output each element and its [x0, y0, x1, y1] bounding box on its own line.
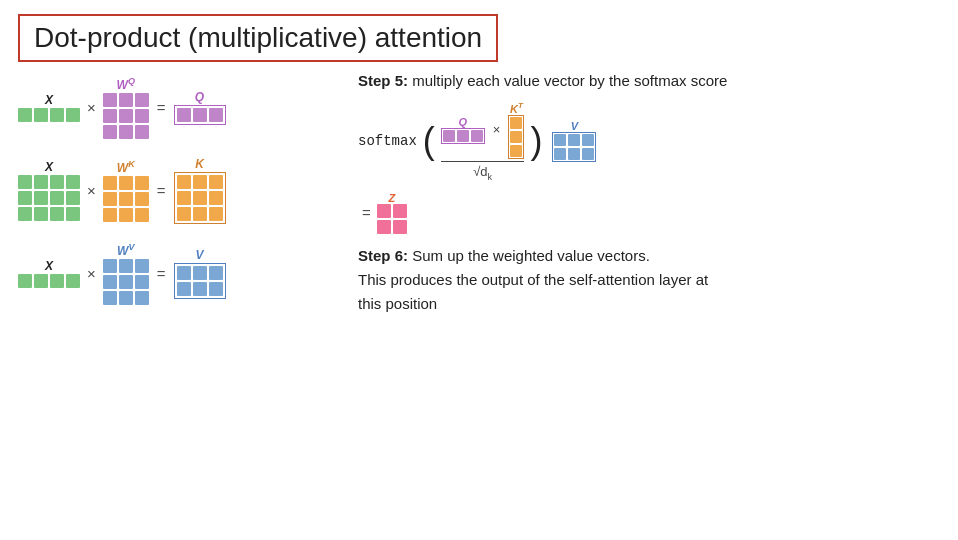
- fraction-line: [441, 161, 525, 163]
- fraction-denominator: √dk: [473, 164, 492, 182]
- cell: [119, 259, 133, 273]
- cell: [177, 266, 191, 280]
- step5-text: multiply each value vector by the softma…: [412, 72, 727, 89]
- cell: [103, 109, 117, 123]
- cell: [119, 176, 133, 190]
- k-result-grid: [174, 172, 226, 224]
- cell: [66, 191, 80, 205]
- cell: [103, 176, 117, 190]
- cell: [135, 275, 149, 289]
- formula-v: V: [552, 120, 596, 162]
- x-grid-2: [18, 175, 80, 221]
- cell: [18, 207, 32, 221]
- cell: [34, 274, 48, 288]
- x-label-2: X: [45, 160, 53, 174]
- cell: [50, 108, 64, 122]
- cell: [471, 130, 483, 142]
- cell: [193, 207, 207, 221]
- eq-op-2: =: [157, 182, 166, 199]
- q-result-matrix: Q: [174, 90, 226, 125]
- cell: [510, 117, 522, 129]
- cell: [193, 266, 207, 280]
- sqrt-dk: √dk: [473, 164, 492, 179]
- x-grid-3: [18, 274, 80, 288]
- fraction-numerator: Q × KT: [441, 101, 525, 159]
- cell: [34, 207, 48, 221]
- cell: [50, 274, 64, 288]
- close-paren: ): [530, 123, 542, 159]
- right-panel: Step 5: multiply each value vector by th…: [338, 72, 940, 323]
- eq-op-1: =: [157, 99, 166, 116]
- cell: [193, 191, 207, 205]
- cell: [510, 131, 522, 143]
- wq-label: WQ: [117, 76, 135, 92]
- z-grid: [377, 204, 407, 234]
- cell: [66, 175, 80, 189]
- cell: [209, 108, 223, 122]
- cell: [393, 204, 407, 218]
- cell: [103, 259, 117, 273]
- cell: [34, 108, 48, 122]
- z-matrix: Z: [377, 192, 407, 234]
- multiply-op-3: ×: [87, 265, 96, 282]
- cell: [103, 125, 117, 139]
- cell: [119, 192, 133, 206]
- eq-z: =: [362, 204, 371, 221]
- z-row: = Z: [362, 192, 940, 234]
- wk-label: WK: [117, 159, 135, 175]
- cell: [568, 148, 580, 160]
- cell: [554, 148, 566, 160]
- v-label: V: [196, 248, 204, 262]
- x-label-1: X: [45, 93, 53, 107]
- step5-label: Step 5: multiply each value vector by th…: [358, 72, 940, 89]
- multiply-op-1: ×: [87, 99, 96, 116]
- cell: [103, 192, 117, 206]
- wq-grid: [103, 93, 149, 139]
- cell: [393, 220, 407, 234]
- cell: [193, 108, 207, 122]
- cell: [135, 208, 149, 222]
- times-formula: ×: [493, 122, 501, 137]
- formula-kt: KT: [508, 101, 524, 159]
- cell: [377, 204, 391, 218]
- cell: [135, 291, 149, 305]
- cell: [377, 220, 391, 234]
- cell: [34, 191, 48, 205]
- eq-op-3: =: [157, 265, 166, 282]
- cell: [193, 282, 207, 296]
- x-label-3: X: [45, 259, 53, 273]
- formula-q-grid: [441, 128, 485, 144]
- v-result-grid: [174, 263, 226, 299]
- cell: [50, 175, 64, 189]
- cell: [119, 291, 133, 305]
- cell: [103, 275, 117, 289]
- page-title: Dot-product (multiplicative) attention: [34, 22, 482, 53]
- cell: [177, 191, 191, 205]
- softmax-text: softmax: [358, 133, 417, 149]
- formula-q: Q: [441, 116, 485, 144]
- cell: [66, 207, 80, 221]
- multiply-op-2: ×: [87, 182, 96, 199]
- formula-v-grid: [552, 132, 596, 162]
- cell: [18, 108, 32, 122]
- step6-bold: Step 6:: [358, 247, 408, 264]
- q-label: Q: [195, 90, 204, 104]
- step5-bold: Step 5:: [358, 72, 408, 89]
- wv-grid: [103, 259, 149, 305]
- cell: [554, 134, 566, 146]
- cell: [119, 208, 133, 222]
- cell: [119, 93, 133, 107]
- v-result-matrix: V: [174, 248, 226, 299]
- k-result-matrix: K: [174, 157, 226, 224]
- cell: [209, 175, 223, 189]
- cell: [177, 108, 191, 122]
- formula-v-label: V: [571, 120, 578, 132]
- x-matrix-3: X: [18, 259, 80, 288]
- q-result-grid: [174, 105, 226, 125]
- formula-area: softmax ( Q ×: [358, 101, 940, 182]
- cell: [135, 93, 149, 107]
- cell: [135, 109, 149, 123]
- wv-label: WV: [117, 242, 134, 258]
- content-area: X × WQ: [0, 72, 958, 323]
- cell: [119, 109, 133, 123]
